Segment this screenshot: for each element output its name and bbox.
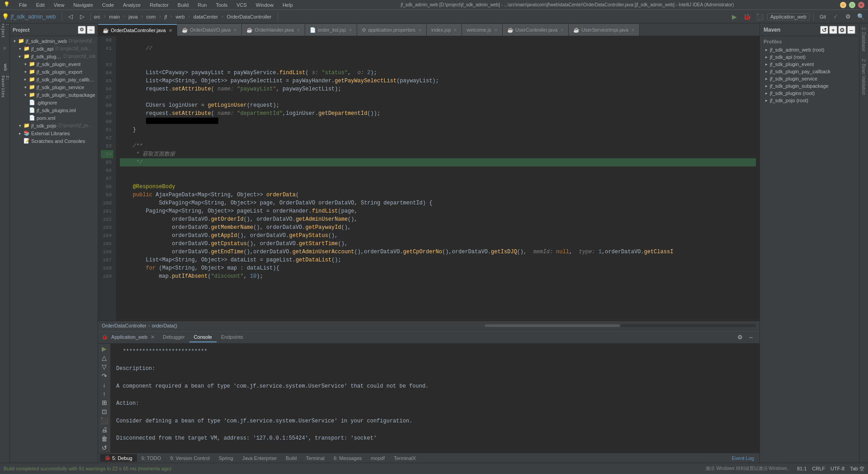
tab-close[interactable]: ✕ [494,28,498,33]
tab-close[interactable]: ✕ [453,28,457,33]
sidebar-collapse-btn[interactable]: − [87,26,95,34]
maximize-button[interactable]: □ [849,2,855,8]
bottom-tab-terminal[interactable]: Terminal [301,455,329,462]
toolbar-back-button[interactable]: ◁ [65,11,76,22]
tab-close[interactable]: ✕ [560,28,564,33]
maven-item-admin-web[interactable]: ▸ jf_sdk_admin_web (root) [760,46,859,53]
debug-clear-btn[interactable]: 🗑 [98,435,111,443]
debug-step-into-btn[interactable]: ↓ [98,381,111,389]
code-content[interactable]: // List<CPayway> paywayList = payWayServ… [116,36,760,321]
event-log-link[interactable]: Event Log [731,455,754,461]
debug-step-over-btn[interactable]: ↷ [98,372,111,380]
breadcrumb-java[interactable]: java [128,14,137,19]
settings-button[interactable]: ⚙ [843,11,854,22]
search-button[interactable]: 🔍 [855,11,866,22]
toolbar-forward-button[interactable]: ▷ [77,11,88,22]
tree-item-gitignore[interactable]: 📄 .gitignore [10,99,98,106]
menu-tools[interactable]: Tools [214,1,229,9]
maven-item-pojo-root[interactable]: ▸ jf_sdk_pojo (root) [760,97,859,104]
debug-up-btn[interactable]: △ [98,354,111,362]
menu-analyze[interactable]: Analyze [121,1,142,9]
menu-build[interactable]: Build [176,1,190,9]
minimize-button[interactable]: – [840,2,846,8]
breadcrumb-jf[interactable]: jf [165,14,167,19]
bottom-tab-build[interactable]: Build [281,455,301,462]
maven-add-btn[interactable]: + [829,26,837,34]
bottom-tab-todo[interactable]: 6: TODO [137,455,166,462]
tree-item-sdk-admin[interactable]: ▾ 📁 jf_sdk_admin_web D:\project\jf... [10,37,98,45]
bottom-tab-messages[interactable]: 6: Messages [329,455,366,462]
breadcrumb-web[interactable]: web [175,14,184,19]
tree-item-sdk-api[interactable]: ▾ 📁 jf_sdk_api D:\project\jf_sdk... [10,45,98,52]
bottom-tab-spring[interactable]: Spring [214,455,238,462]
tab-order-hander[interactable]: ☕ OrderHander.java ✕ [242,24,305,36]
maven-refresh-btn[interactable]: ↺ [820,26,828,34]
close-button[interactable]: ✕ [858,2,864,8]
breadcrumb-method[interactable]: orderData() [152,323,177,328]
bean-validation-tab[interactable]: 2: Bean Validation [860,55,868,99]
tab-close[interactable]: ✕ [349,28,352,33]
tab-close[interactable]: ✕ [631,28,635,33]
maven-item-subpackage[interactable]: ▸ jf_sdk_plugin_subpackage [760,82,859,90]
debug-stop-btn[interactable]: ⬛ [98,417,111,425]
tab-order-data-controller[interactable]: ☕ OrderDataController.java ✕ [98,24,177,36]
charset[interactable]: UTF-8 [830,466,844,471]
tab-index-jsp[interactable]: index.jsp ✕ [427,24,462,36]
vcs-check-button[interactable]: ✓ [830,11,841,22]
tree-item-plugin-export[interactable]: ▾ 📁 jf_sdk_plugin_export [10,68,98,76]
tree-item-pojo[interactable]: ▾ 📁 jf_sdk_pojo D:\project\jf_po... [10,122,98,129]
maven-item-plugins-root[interactable]: ▸ jf_sdk_plugins (root) [760,90,859,97]
stop-button[interactable]: ⬛ [755,11,765,22]
bottom-tab-mopdf[interactable]: mopdf [366,455,389,462]
breadcrumb-filename[interactable]: OrderDataController [226,14,271,19]
menu-view[interactable]: View [52,1,66,9]
debug-button[interactable]: 🐞 [742,11,753,22]
bottom-tab-java-enterprise[interactable]: Java Enterprise [238,455,281,462]
debug-settings-btn[interactable]: ⚙ [735,332,745,342]
tab-user-controller[interactable]: ☕ UserController.java ✕ [503,24,569,36]
menu-edit[interactable]: Edit [34,1,47,9]
tab-welcome-js[interactable]: welcome.js ✕ [462,24,502,36]
tab-close[interactable]: ✕ [418,28,422,33]
tree-item-sdk-plugins[interactable]: ▾ 📁 jf_sdk_plugins D:\project\jf_sdk [10,52,98,60]
tree-item-plugin-subpackage[interactable]: ▾ 📁 jf_sdk_plugin_subpackage [10,91,98,99]
tab-close[interactable]: ✕ [233,28,237,33]
maven-minimize-btn[interactable]: – [847,26,855,34]
tab-application-properties[interactable]: ⚙ application.properties ✕ [357,24,427,36]
bottom-tab-terminalx[interactable]: TerminalX [389,455,420,462]
menu-window[interactable]: Window [254,1,275,9]
line-ending[interactable]: CRLF [812,466,825,471]
breadcrumb-src[interactable]: src [94,14,100,19]
web-button[interactable]: Web [1,63,9,71]
favorites-button[interactable]: 2: Favorites [1,82,9,90]
menu-file[interactable]: File [17,1,29,9]
tab-close[interactable]: ✕ [169,28,172,33]
menu-navigate[interactable]: Navigate [71,1,94,9]
menu-help[interactable]: Help [281,1,295,9]
code-editor[interactable]: 80 81 83 84 85 86 87 88 89 90 91 92 93 9… [98,36,760,321]
tree-item-iml[interactable]: 📄 jf_sdk_plugins.iml [10,106,98,114]
structure-button[interactable]: ≡ [1,44,9,52]
tab-close[interactable]: ✕ [297,28,300,33]
bottom-tab-version-control[interactable]: 9: Version Control [165,455,214,462]
tab-order-list[interactable]: 📄 order_list.jsp ✕ [305,24,357,36]
tab-order-data-vo[interactable]: ☕ OrderDataVO.java ✕ [177,24,242,36]
bottom-tab-debug[interactable]: 🐞 5: Debug [100,454,137,462]
debug-down-btn[interactable]: ▽ [98,363,111,371]
tree-item-plugin-service[interactable]: ▾ 📁 jf_sdk_plugin_service [10,83,98,91]
console-tab[interactable]: Console [189,332,217,342]
debug-close-icon[interactable]: ✕ [151,334,155,340]
breadcrumb-main[interactable]: main [109,14,120,19]
database-tab[interactable]: 1: Database [860,24,868,55]
run-button[interactable]: ▶ [729,11,740,22]
project-panel-button[interactable]: 1: Project [1,25,9,33]
debug-frames-btn[interactable]: ⊞ [98,399,111,407]
indent-label[interactable]: Tab 空 [850,465,864,472]
menu-code[interactable]: Code [100,1,116,9]
sidebar-settings-btn[interactable]: ⚙ [78,26,86,34]
tree-item-pom[interactable]: 📄 pom.xml [10,114,98,122]
debug-vars-btn[interactable]: ⊡ [98,408,111,416]
maven-item-plugin-service[interactable]: ▸ jf_sdk_plugin_service [760,75,859,82]
tree-item-plugin-event[interactable]: ▾ 📁 jf_sdk_plugin_event [10,60,98,68]
breadcrumb-datacenter[interactable]: dataCenter [193,14,218,19]
